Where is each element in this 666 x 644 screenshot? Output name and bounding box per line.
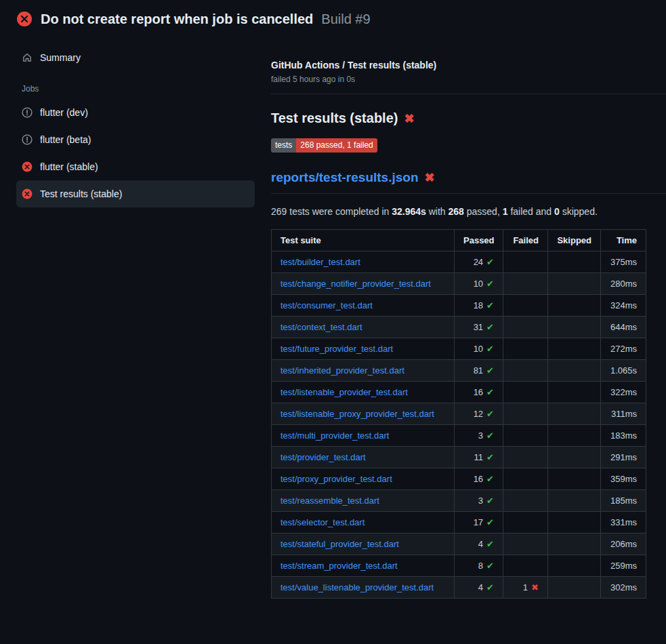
- passed-count: 3: [478, 430, 483, 441]
- passed-count: 16: [474, 387, 483, 397]
- section-title: Test results (stable) ✖: [271, 110, 666, 126]
- suite-cell: test/listenable_proxy_provider_test.dart: [272, 403, 455, 425]
- test-suite-link[interactable]: test/builder_test.dart: [280, 257, 360, 267]
- passed-cell: 8✔: [455, 555, 503, 577]
- build-number: Build #9: [321, 12, 370, 27]
- test-suite-link[interactable]: test/proxy_provider_test.dart: [280, 474, 392, 484]
- table-row: test/reassemble_test.dart3✔185ms: [272, 490, 646, 512]
- suite-cell: test/provider_test.dart: [272, 447, 455, 468]
- check-icon: ✔: [486, 452, 494, 462]
- x-icon: ✖: [531, 582, 539, 592]
- failed-cell: [503, 295, 548, 317]
- passed-count: 18: [474, 300, 483, 310]
- skipped-cell: [548, 490, 601, 512]
- passed-count: 31: [474, 322, 483, 332]
- test-suite-link[interactable]: test/provider_test.dart: [280, 452, 366, 462]
- sidebar: Summary Jobs flutter (dev)flutter (beta)…: [0, 33, 271, 207]
- table-row: test/future_provider_test.dart10✔272ms: [272, 338, 646, 360]
- test-suite-link[interactable]: test/listenable_provider_test.dart: [280, 387, 408, 397]
- time-cell: 375ms: [601, 251, 646, 273]
- skipped-cell: [548, 382, 601, 403]
- table-row: test/value_listenable_provider_test.dart…: [272, 577, 646, 599]
- check-icon: ✔: [486, 496, 494, 506]
- failed-x-icon: ✖: [425, 172, 435, 184]
- time-cell: 206ms: [601, 534, 646, 555]
- passed-cell: 16✔: [455, 468, 503, 490]
- test-suite-link[interactable]: test/consumer_test.dart: [280, 300, 373, 310]
- time-cell: 331ms: [601, 512, 646, 534]
- suite-cell: test/selector_test.dart: [272, 512, 455, 534]
- main-content: GitHub Actions / Test results (stable) f…: [271, 33, 666, 599]
- passed-count: 4: [478, 582, 483, 592]
- test-suite-link[interactable]: test/reassemble_test.dart: [280, 496, 379, 506]
- test-suite-link[interactable]: test/stateful_provider_test.dart: [280, 539, 399, 549]
- test-suite-link[interactable]: test/multi_provider_test.dart: [280, 430, 389, 441]
- time-cell: 359ms: [601, 468, 646, 490]
- summary-bold-value: 268: [449, 206, 464, 217]
- failed-x-icon: ✖: [404, 113, 414, 125]
- table-row: test/stateful_provider_test.dart4✔206ms: [272, 534, 646, 555]
- failed-cell: [503, 490, 548, 512]
- time-cell: 280ms: [601, 273, 646, 295]
- time-cell: 1.065s: [601, 360, 646, 382]
- skipped-cell: [548, 555, 601, 577]
- failed-cell: [503, 447, 548, 468]
- sidebar-item-flutter-stable[interactable]: flutter (stable): [16, 153, 255, 180]
- test-suite-link[interactable]: test/inherited_provider_test.dart: [280, 365, 404, 376]
- badge-value: 268 passed, 1 failed: [296, 138, 377, 153]
- x-circle-fill-icon: [16, 11, 33, 27]
- time-cell: 185ms: [601, 490, 646, 512]
- skipped-cell: [548, 360, 601, 382]
- check-icon: ✔: [486, 474, 494, 484]
- sidebar-item-test-results-stable[interactable]: Test results (stable): [16, 180, 255, 207]
- sidebar-item-summary[interactable]: Summary: [16, 49, 255, 66]
- passed-count: 11: [474, 452, 484, 462]
- sidebar-item-flutter-beta[interactable]: flutter (beta): [16, 126, 255, 153]
- home-icon: [22, 52, 33, 63]
- skipped-cell: [548, 447, 601, 468]
- skipped-cell: [548, 512, 601, 534]
- x-circle-icon: [22, 188, 33, 199]
- passed-cell: 3✔: [455, 490, 503, 512]
- column-header: Test suite: [272, 230, 455, 251]
- report-file-link[interactable]: reports/test-results.json: [271, 170, 419, 185]
- table-row: test/listenable_provider_test.dart16✔322…: [272, 382, 646, 403]
- check-icon: ✔: [486, 387, 494, 397]
- job-label: flutter (beta): [40, 134, 91, 145]
- table-row: test/change_notifier_provider_test.dart1…: [272, 273, 646, 295]
- summary-bold-value: 32.964s: [392, 206, 426, 217]
- test-suite-link[interactable]: test/selector_test.dart: [280, 517, 365, 527]
- test-suite-link[interactable]: test/value_listenable_provider_test.dart: [280, 582, 434, 592]
- failed-cell: [503, 468, 548, 490]
- skipped-cell: [548, 251, 601, 273]
- skipped-cell: [548, 317, 601, 338]
- skipped-cell: [548, 468, 601, 490]
- skipped-cell: [548, 577, 601, 599]
- suite-cell: test/multi_provider_test.dart: [272, 425, 455, 447]
- table-row: test/context_test.dart31✔644ms: [272, 317, 646, 338]
- sidebar-item-flutter-dev[interactable]: flutter (dev): [16, 99, 255, 126]
- skipped-cell: [548, 273, 601, 295]
- passed-cell: 10✔: [455, 273, 503, 295]
- check-icon: ✔: [486, 344, 494, 354]
- test-suite-link[interactable]: test/stream_provider_test.dart: [280, 561, 398, 571]
- failed-cell: [503, 403, 548, 425]
- suite-cell: test/proxy_provider_test.dart: [272, 468, 455, 490]
- time-cell: 311ms: [601, 403, 646, 425]
- test-suite-link[interactable]: test/listenable_proxy_provider_test.dart: [280, 409, 434, 419]
- test-suite-link[interactable]: test/change_notifier_provider_test.dart: [280, 279, 431, 289]
- failed-cell: [503, 534, 548, 555]
- check-icon: ✔: [486, 279, 494, 289]
- suite-cell: test/change_notifier_provider_test.dart: [272, 273, 455, 295]
- passed-count: 16: [474, 474, 483, 484]
- passed-cell: 24✔: [455, 251, 503, 273]
- check-icon: ✔: [486, 561, 494, 571]
- cancelled-circle-icon: [22, 107, 33, 118]
- summary-bold-value: 0: [554, 206, 560, 217]
- check-icon: ✔: [486, 539, 494, 549]
- skipped-cell: [548, 338, 601, 360]
- test-suite-link[interactable]: test/context_test.dart: [280, 322, 362, 332]
- failed-cell: [503, 382, 548, 403]
- suite-cell: test/consumer_test.dart: [272, 295, 455, 317]
- test-suite-link[interactable]: test/future_provider_test.dart: [280, 344, 393, 354]
